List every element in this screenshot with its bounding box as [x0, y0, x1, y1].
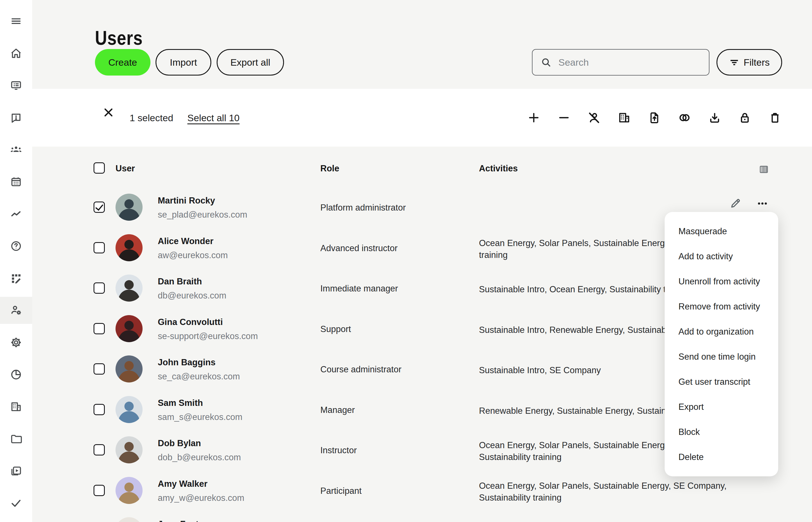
user-activities: Ocean Energy, Solar Panels, Sustainable …	[479, 439, 679, 463]
user-email: db@eurekos.com	[158, 290, 226, 301]
row-actions	[729, 197, 769, 210]
avatar	[116, 275, 143, 302]
avatar	[116, 194, 143, 221]
sidebar-item-calendar[interactable]	[0, 168, 32, 195]
user-activities: Sustainable Intro, SE Company	[479, 364, 601, 376]
sidebar-item-menu[interactable]	[0, 7, 32, 35]
edit-pencil-icon[interactable]	[729, 197, 742, 210]
user-name: Dob Bylan	[158, 438, 201, 448]
user-email: sam_s@eurekos.com	[158, 412, 242, 422]
row-checkbox[interactable]	[93, 202, 105, 213]
avatar	[116, 517, 143, 522]
user-name: Sam Smith	[158, 398, 203, 408]
user-email: se_plad@eurekos.com	[158, 210, 247, 220]
avatar	[116, 477, 143, 504]
user-role: Participant	[320, 486, 361, 496]
menu-item-block[interactable]: Block	[665, 419, 778, 444]
row-checkbox[interactable]	[93, 282, 105, 294]
user-role: Course administrator	[320, 364, 401, 375]
chat-alert-icon	[10, 111, 22, 124]
user-role: Platform administrator	[320, 203, 406, 213]
avatar	[116, 315, 143, 342]
user-activities: Ocean Energy, Solar Panels, Sustainable …	[479, 480, 727, 504]
calendar-icon	[10, 176, 22, 188]
avatar	[116, 436, 143, 463]
avatar	[116, 356, 143, 382]
menu-item-delete[interactable]: Delete	[665, 444, 778, 469]
row-checkbox[interactable]	[93, 444, 105, 456]
row-checkbox[interactable]	[93, 485, 105, 496]
sidebar-item-home[interactable]	[0, 40, 32, 67]
user-email: se_ca@eurekos.com	[158, 372, 240, 382]
sidebar-item-reports-pie[interactable]	[0, 361, 32, 388]
gear-icon	[10, 336, 22, 349]
catalog-display-icon	[10, 79, 22, 92]
user-activities: Sustainable Intro, Ocean Energy, Sustain…	[479, 284, 673, 295]
user-activities: Renewable Energy, Sustainable Energy, Su…	[479, 405, 676, 417]
check-icon	[10, 497, 22, 509]
sidebar-item-users[interactable]	[0, 297, 32, 324]
avatar	[116, 234, 143, 261]
sidebar-item-groups[interactable]	[0, 136, 32, 163]
menu-item-masquerade[interactable]: Masquerade	[665, 219, 778, 244]
user-role: Manager	[320, 405, 355, 415]
avatar	[116, 396, 143, 423]
user-activities: Ocean Energy, Solar Panels, Sustainable …	[479, 237, 679, 261]
user-activities: Sustainable Intro, Renewable Energy, Sus…	[479, 324, 674, 336]
user-role: Instructor	[320, 445, 357, 456]
row-checkbox[interactable]	[93, 404, 105, 415]
sidebar-item-organizations[interactable]	[0, 393, 32, 420]
users-page: Users Create Import Export all Filters 1…	[0, 0, 812, 522]
user-name: Alice Wonder	[158, 236, 213, 246]
user-name: Amy Walker	[158, 479, 207, 489]
pie-chart-icon	[10, 368, 22, 381]
row-checkbox[interactable]	[93, 242, 105, 254]
sidebar-item-catalog[interactable]	[0, 72, 32, 99]
apps-edit-icon	[10, 272, 22, 284]
building-icon	[10, 401, 22, 413]
user-name: Dan Braith	[158, 277, 202, 287]
sidebar-item-apps-edit[interactable]	[0, 265, 32, 292]
menu-item-get-user-transcript[interactable]: Get user transcript	[665, 369, 778, 394]
menu-item-export[interactable]: Export	[665, 394, 778, 419]
sidebar-item-reports-trending[interactable]	[0, 200, 32, 227]
video-library-icon	[10, 465, 22, 477]
user-name: John Baggins	[158, 357, 215, 367]
user-role: Advanced instructor	[320, 243, 398, 254]
home-icon	[10, 47, 22, 59]
user-email: se-support@eurekos.com	[158, 331, 258, 341]
menu-item-add-to-activity[interactable]: Add to activity	[665, 244, 778, 269]
user-email: dob_b@eurekos.com	[158, 453, 241, 463]
sidebar-item-files[interactable]	[0, 425, 32, 453]
user-email: amy_w@eurekos.com	[158, 493, 244, 503]
menu-icon	[10, 15, 22, 27]
menu-item-unenroll-from-activity[interactable]: Unenroll from activity	[665, 269, 778, 294]
user-name: Martini Rocky	[158, 196, 215, 206]
menu-item-send-one-time-login[interactable]: Send one time login	[665, 344, 778, 369]
user-role: Support	[320, 324, 351, 334]
table-row[interactable]: Jane Foster	[0, 510, 812, 522]
sidebar	[0, 0, 32, 522]
folder-icon	[10, 433, 22, 445]
groups-icon	[10, 143, 22, 156]
row-checkbox[interactable]	[93, 323, 105, 334]
row-context-menu: Masquerade Add to activity Unenroll from…	[665, 212, 778, 476]
menu-item-add-to-organization[interactable]: Add to organization	[665, 319, 778, 344]
user-email: aw@eurekos.com	[158, 250, 228, 260]
sidebar-item-media-library[interactable]	[0, 458, 32, 484]
more-options-icon[interactable]	[756, 197, 769, 210]
sidebar-item-help[interactable]	[0, 233, 32, 260]
user-name: Jane Foster	[158, 519, 207, 522]
menu-item-remove-from-activity[interactable]: Remove from activity	[665, 294, 778, 319]
help-icon	[10, 240, 22, 252]
user-settings-icon	[10, 304, 22, 317]
user-role: Immediate manager	[320, 284, 398, 294]
sidebar-item-settings[interactable]	[0, 329, 32, 356]
row-checkbox[interactable]	[93, 363, 105, 375]
user-name: Gina Convolutti	[158, 317, 223, 327]
trending-icon	[10, 208, 22, 220]
sidebar-item-announcements[interactable]	[0, 104, 32, 131]
sidebar-item-tasks[interactable]	[0, 489, 32, 517]
